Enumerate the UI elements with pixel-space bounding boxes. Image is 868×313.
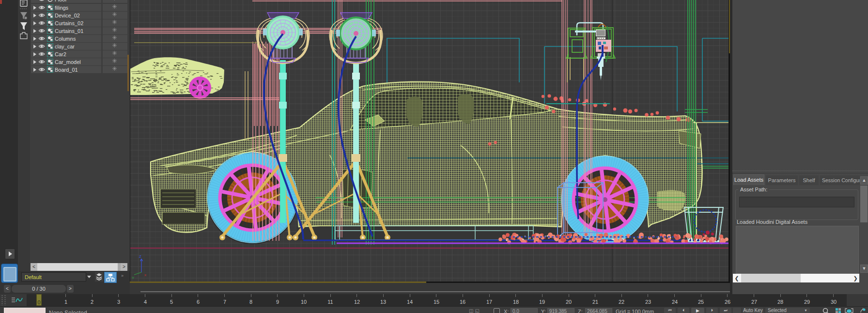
- svg-text:Z: Z: [139, 254, 141, 259]
- svg-text:Y: Y: [132, 276, 135, 280]
- svg-text:x: x: [144, 273, 146, 277]
